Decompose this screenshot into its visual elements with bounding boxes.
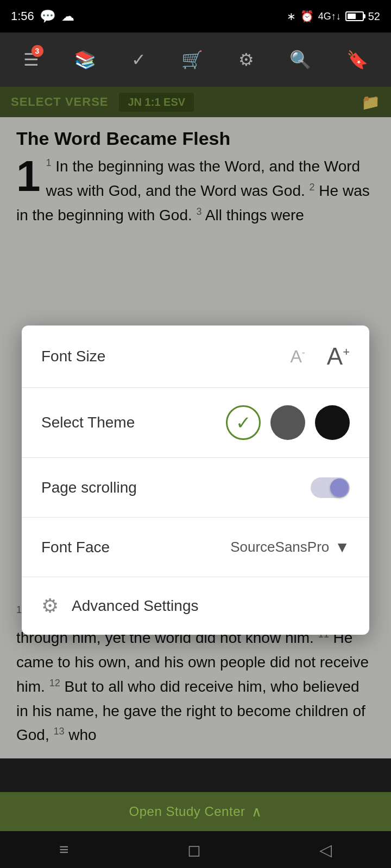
library-button[interactable]: 📚: [74, 49, 96, 70]
font-face-value: SourceSansPro: [230, 539, 329, 556]
theme-checkmark-icon: ✓: [236, 412, 251, 433]
font-decrease-button[interactable]: A-: [290, 347, 305, 367]
settings-panel: Font Size A- A+ Select Theme ✓: [22, 326, 369, 635]
battery-icon: [345, 11, 364, 21]
select-theme-row: Select Theme ✓: [22, 388, 369, 458]
menu-badge: 3: [31, 45, 43, 57]
top-navbar: ☰ 3 📚 ✓ 🛒 ⚙ 🔍 🔖: [0, 33, 391, 87]
nav-back-icon: ◁: [319, 840, 332, 859]
cart-button[interactable]: 🛒: [181, 49, 203, 70]
font-face-select[interactable]: SourceSansPro ▼: [230, 539, 350, 556]
select-theme-label: Select Theme: [41, 414, 135, 431]
menu-button[interactable]: ☰ 3: [23, 49, 39, 70]
font-face-row: Font Face SourceSansPro ▼: [22, 518, 369, 577]
advanced-settings-label: Advanced Settings: [72, 597, 199, 615]
open-study-bar[interactable]: Open Study Center ∧: [0, 792, 391, 831]
theme-dark-option[interactable]: [270, 405, 305, 440]
open-study-label: Open Study Center: [129, 804, 245, 819]
cloud-icon: ☁: [61, 9, 74, 24]
chevron-up-icon: ∧: [251, 803, 262, 820]
bottom-nav: ≡ ◻ ◁: [0, 831, 391, 868]
status-bar: 1:56 💬 ☁ ∗ ⏰ 4G↑↓ 52: [0, 0, 391, 33]
bluetooth-icon: ∗: [287, 10, 296, 23]
gear-icon: ⚙: [41, 595, 59, 617]
theme-white-option[interactable]: ✓: [226, 405, 261, 440]
font-face-label: Font Face: [41, 539, 110, 556]
toggle-track[interactable]: [311, 477, 350, 498]
nav-menu-icon: ≡: [59, 840, 69, 859]
font-size-row: Font Size A- A+: [22, 326, 369, 388]
page-scrolling-row: Page scrolling: [22, 458, 369, 518]
alarm-icon: ⏰: [300, 10, 314, 23]
nav-square-icon: ◻: [187, 840, 201, 859]
font-size-label: Font Size: [41, 348, 105, 365]
page-scrolling-label: Page scrolling: [41, 479, 137, 496]
font-size-controls: A- A+: [290, 343, 350, 370]
advanced-settings-row[interactable]: ⚙ Advanced Settings: [22, 577, 369, 635]
toggle-knob: [330, 478, 349, 497]
time-display: 1:56: [11, 9, 34, 23]
font-increase-button[interactable]: A+: [327, 343, 350, 370]
theme-circles: ✓: [226, 405, 350, 440]
battery-percent: 52: [368, 10, 380, 23]
settings-button[interactable]: ⚙: [238, 49, 254, 70]
bookmark-button[interactable]: 🔖: [346, 49, 368, 70]
search-button[interactable]: 🔍: [289, 49, 311, 70]
whatsapp-icon: 💬: [40, 9, 56, 24]
bookmark-check-button[interactable]: ✓: [131, 49, 146, 70]
theme-black-option[interactable]: [315, 405, 350, 440]
page-scrolling-toggle[interactable]: [311, 477, 350, 498]
signal-icon: 4G↑↓: [318, 11, 341, 22]
chevron-down-icon: ▼: [335, 539, 350, 556]
